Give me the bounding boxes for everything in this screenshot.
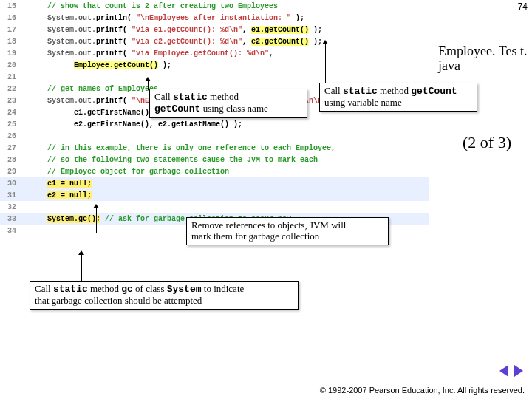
- arrow-line: [148, 81, 149, 90]
- line-number: 15: [0, 2, 21, 10]
- prev-slide-button[interactable]: [499, 365, 508, 377]
- arrow-line: [96, 222, 186, 222]
- line-number: 30: [0, 180, 21, 188]
- code-line: e1 = null;: [21, 180, 429, 188]
- arrow-line: [325, 44, 326, 83]
- code-line: System.out.printf( "via e1.getCount(): %…: [21, 26, 429, 34]
- slide-title: Employee. Tes t. java: [438, 44, 531, 74]
- callout-varname: Call static method getCount using variab…: [319, 83, 477, 112]
- line-number: 24: [0, 109, 21, 117]
- line-number: 29: [0, 168, 21, 176]
- line-number: 27: [0, 144, 21, 152]
- line-number: 25: [0, 120, 21, 129]
- line-number: 28: [0, 156, 21, 164]
- line-number: 16: [0, 14, 21, 22]
- arrow-line: [96, 233, 186, 233]
- copyright: © 1992-2007 Pearson Education, Inc. All …: [320, 386, 525, 395]
- line-number: 22: [0, 85, 21, 93]
- arrow-head-icon: [145, 77, 151, 81]
- code-line: System.out.println( "\nEmployees after i…: [21, 14, 429, 22]
- line-number: 32: [0, 203, 21, 211]
- callout-remove: Remove references to objects, JVM willma…: [186, 217, 389, 245]
- next-slide-button[interactable]: [514, 365, 523, 377]
- nav-buttons: [498, 365, 525, 380]
- arrow-head-icon: [78, 250, 84, 255]
- code-line: System.out.printf( "via Employee.getCoun…: [21, 50, 429, 58]
- code-line: e2 = null;: [21, 191, 429, 200]
- line-number: 34: [0, 227, 21, 235]
- line-number: 21: [0, 73, 21, 81]
- line-number: 20: [0, 61, 21, 69]
- callout-classname: Call static method getCount using class …: [149, 89, 307, 118]
- code-line: System.out.printf( "via e2.getCount(): %…: [21, 38, 429, 46]
- line-number: 23: [0, 97, 21, 105]
- arrow-line: [81, 255, 82, 281]
- line-number: 33: [0, 215, 21, 223]
- code-line: // so the following two statements cause…: [21, 156, 429, 164]
- line-number: 19: [0, 50, 21, 58]
- code-line: // Employee object for garbage collectio…: [21, 168, 429, 176]
- code-line: Employee.getCount() );: [21, 61, 429, 69]
- line-number: 17: [0, 26, 21, 34]
- line-number: 26: [0, 132, 21, 140]
- arrow-head-icon: [322, 40, 328, 44]
- line-number: 18: [0, 38, 21, 46]
- code-block: 15 // show that count is 2 after creatin…: [0, 0, 429, 236]
- callout-gc: Call static method gc of class System to…: [30, 281, 299, 310]
- arrow-head-icon: [93, 204, 99, 208]
- line-number: 31: [0, 191, 21, 200]
- slide-pager: (2 of 3): [463, 133, 511, 152]
- code-line: // in this example, there is only one re…: [21, 144, 429, 152]
- code-line: e2.getFirstName(), e2.getLastName() );: [21, 120, 429, 129]
- code-line: // show that count is 2 after creating t…: [21, 2, 429, 10]
- page-number: 74: [518, 1, 528, 12]
- arrow-line: [96, 217, 97, 233]
